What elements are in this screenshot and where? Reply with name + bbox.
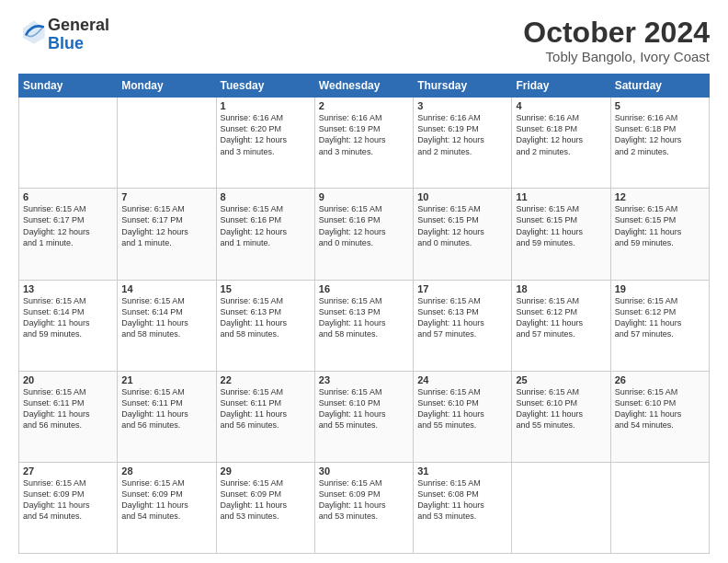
day-number: 6: [23, 191, 113, 202]
day-number: 14: [121, 283, 211, 294]
day-number: 13: [23, 283, 113, 294]
day-info: Sunrise: 6:15 AM Sunset: 6:11 PM Dayligh…: [221, 386, 311, 431]
calendar-header-sunday: Sunday: [19, 75, 118, 98]
day-info: Sunrise: 6:16 AM Sunset: 6:20 PM Dayligh…: [221, 112, 311, 157]
day-info: Sunrise: 6:15 AM Sunset: 6:11 PM Dayligh…: [121, 386, 211, 431]
day-number: 9: [319, 191, 409, 202]
calendar-cell: 4Sunrise: 6:16 AM Sunset: 6:18 PM Daylig…: [512, 98, 610, 189]
calendar-cell: 18Sunrise: 6:15 AM Sunset: 6:12 PM Dayli…: [512, 280, 610, 371]
day-number: 19: [615, 283, 705, 294]
calendar-cell: 20Sunrise: 6:15 AM Sunset: 6:11 PM Dayli…: [19, 371, 118, 462]
calendar-cell: 1Sunrise: 6:16 AM Sunset: 6:20 PM Daylig…: [216, 98, 314, 189]
day-info: Sunrise: 6:15 AM Sunset: 6:09 PM Dayligh…: [121, 477, 211, 523]
calendar-cell: 15Sunrise: 6:15 AM Sunset: 6:13 PM Dayli…: [216, 280, 314, 371]
day-number: 17: [417, 283, 507, 294]
calendar-header-monday: Monday: [118, 75, 216, 98]
calendar-cell: 29Sunrise: 6:15 AM Sunset: 6:09 PM Dayli…: [216, 462, 314, 553]
logo-icon: [18, 17, 48, 47]
day-info: Sunrise: 6:15 AM Sunset: 6:17 PM Dayligh…: [121, 203, 211, 248]
day-info: Sunrise: 6:15 AM Sunset: 6:15 PM Dayligh…: [516, 203, 606, 248]
header: General Blue October 2024 Tobly Bangolo,…: [18, 17, 710, 64]
day-number: 18: [516, 283, 606, 294]
day-number: 20: [23, 374, 113, 385]
day-number: 27: [23, 465, 113, 477]
day-number: 25: [516, 374, 606, 385]
calendar-cell: 6Sunrise: 6:15 AM Sunset: 6:17 PM Daylig…: [19, 189, 118, 280]
calendar-cell: 8Sunrise: 6:15 AM Sunset: 6:16 PM Daylig…: [216, 189, 314, 280]
day-info: Sunrise: 6:15 AM Sunset: 6:09 PM Dayligh…: [23, 477, 113, 523]
day-number: 8: [221, 191, 311, 202]
day-number: 1: [221, 100, 311, 111]
day-info: Sunrise: 6:15 AM Sunset: 6:16 PM Dayligh…: [319, 203, 409, 248]
day-info: Sunrise: 6:15 AM Sunset: 6:12 PM Dayligh…: [615, 295, 705, 340]
calendar-cell: [610, 462, 709, 553]
day-info: Sunrise: 6:15 AM Sunset: 6:10 PM Dayligh…: [417, 386, 507, 431]
calendar-cell: 7Sunrise: 6:15 AM Sunset: 6:17 PM Daylig…: [118, 189, 216, 280]
calendar-cell: 16Sunrise: 6:15 AM Sunset: 6:13 PM Dayli…: [314, 280, 413, 371]
day-info: Sunrise: 6:16 AM Sunset: 6:18 PM Dayligh…: [516, 112, 606, 157]
day-number: 24: [417, 374, 507, 385]
title-block: October 2024 Tobly Bangolo, Ivory Coast: [523, 17, 710, 64]
day-number: 26: [615, 374, 705, 385]
calendar-table: SundayMondayTuesdayWednesdayThursdayFrid…: [18, 74, 710, 554]
calendar-header-friday: Friday: [512, 75, 610, 98]
calendar-cell: 30Sunrise: 6:15 AM Sunset: 6:09 PM Dayli…: [314, 462, 413, 553]
subtitle: Tobly Bangolo, Ivory Coast: [523, 49, 710, 64]
logo-text: General Blue: [48, 17, 109, 53]
day-number: 5: [615, 100, 705, 111]
day-number: 22: [221, 374, 311, 385]
day-number: 28: [121, 465, 211, 477]
day-number: 3: [417, 100, 507, 111]
calendar-header-tuesday: Tuesday: [216, 75, 314, 98]
day-info: Sunrise: 6:15 AM Sunset: 6:15 PM Dayligh…: [615, 203, 705, 248]
calendar-cell: 23Sunrise: 6:15 AM Sunset: 6:10 PM Dayli…: [314, 371, 413, 462]
day-number: 21: [121, 374, 211, 385]
calendar-cell: 19Sunrise: 6:15 AM Sunset: 6:12 PM Dayli…: [610, 280, 709, 371]
calendar-header-thursday: Thursday: [414, 75, 512, 98]
calendar-cell: 10Sunrise: 6:15 AM Sunset: 6:15 PM Dayli…: [414, 189, 512, 280]
calendar-week-3: 13Sunrise: 6:15 AM Sunset: 6:14 PM Dayli…: [19, 280, 710, 371]
day-number: 4: [516, 100, 606, 111]
day-info: Sunrise: 6:16 AM Sunset: 6:19 PM Dayligh…: [319, 112, 409, 157]
day-number: 31: [417, 465, 507, 477]
day-number: 29: [221, 465, 311, 477]
day-number: 11: [516, 191, 606, 202]
calendar-header-saturday: Saturday: [610, 75, 709, 98]
calendar-week-5: 27Sunrise: 6:15 AM Sunset: 6:09 PM Dayli…: [19, 462, 710, 553]
day-info: Sunrise: 6:15 AM Sunset: 6:09 PM Dayligh…: [319, 477, 409, 523]
calendar-cell: [118, 98, 216, 189]
calendar-cell: 31Sunrise: 6:15 AM Sunset: 6:08 PM Dayli…: [414, 462, 512, 553]
calendar-week-1: 1Sunrise: 6:16 AM Sunset: 6:20 PM Daylig…: [19, 98, 710, 189]
calendar-week-2: 6Sunrise: 6:15 AM Sunset: 6:17 PM Daylig…: [19, 189, 710, 280]
day-number: 16: [319, 283, 409, 294]
calendar-cell: 27Sunrise: 6:15 AM Sunset: 6:09 PM Dayli…: [19, 462, 118, 553]
day-info: Sunrise: 6:15 AM Sunset: 6:13 PM Dayligh…: [417, 295, 507, 340]
day-number: 15: [221, 283, 311, 294]
page: General Blue October 2024 Tobly Bangolo,…: [0, 0, 728, 563]
calendar-cell: [19, 98, 118, 189]
calendar-cell: 14Sunrise: 6:15 AM Sunset: 6:14 PM Dayli…: [118, 280, 216, 371]
day-number: 10: [417, 191, 507, 202]
calendar-cell: 11Sunrise: 6:15 AM Sunset: 6:15 PM Dayli…: [512, 189, 610, 280]
calendar-cell: 22Sunrise: 6:15 AM Sunset: 6:11 PM Dayli…: [216, 371, 314, 462]
day-info: Sunrise: 6:15 AM Sunset: 6:10 PM Dayligh…: [516, 386, 606, 431]
day-info: Sunrise: 6:15 AM Sunset: 6:16 PM Dayligh…: [221, 203, 311, 248]
calendar-cell: 26Sunrise: 6:15 AM Sunset: 6:10 PM Dayli…: [610, 371, 709, 462]
day-number: 2: [319, 100, 409, 111]
day-info: Sunrise: 6:15 AM Sunset: 6:12 PM Dayligh…: [516, 295, 606, 340]
day-info: Sunrise: 6:15 AM Sunset: 6:13 PM Dayligh…: [221, 295, 311, 340]
main-title: October 2024: [523, 17, 710, 49]
calendar-week-4: 20Sunrise: 6:15 AM Sunset: 6:11 PM Dayli…: [19, 371, 710, 462]
calendar-cell: 3Sunrise: 6:16 AM Sunset: 6:19 PM Daylig…: [414, 98, 512, 189]
day-info: Sunrise: 6:15 AM Sunset: 6:10 PM Dayligh…: [615, 386, 705, 431]
calendar-header-row: SundayMondayTuesdayWednesdayThursdayFrid…: [19, 75, 710, 98]
calendar-cell: 25Sunrise: 6:15 AM Sunset: 6:10 PM Dayli…: [512, 371, 610, 462]
calendar-cell: 13Sunrise: 6:15 AM Sunset: 6:14 PM Dayli…: [19, 280, 118, 371]
calendar-cell: [512, 462, 610, 553]
day-number: 30: [319, 465, 409, 477]
calendar-header-wednesday: Wednesday: [314, 75, 413, 98]
day-info: Sunrise: 6:15 AM Sunset: 6:15 PM Dayligh…: [417, 203, 507, 248]
calendar-cell: 5Sunrise: 6:16 AM Sunset: 6:18 PM Daylig…: [610, 98, 709, 189]
calendar-cell: 9Sunrise: 6:15 AM Sunset: 6:16 PM Daylig…: [314, 189, 413, 280]
day-info: Sunrise: 6:15 AM Sunset: 6:14 PM Dayligh…: [121, 295, 211, 340]
